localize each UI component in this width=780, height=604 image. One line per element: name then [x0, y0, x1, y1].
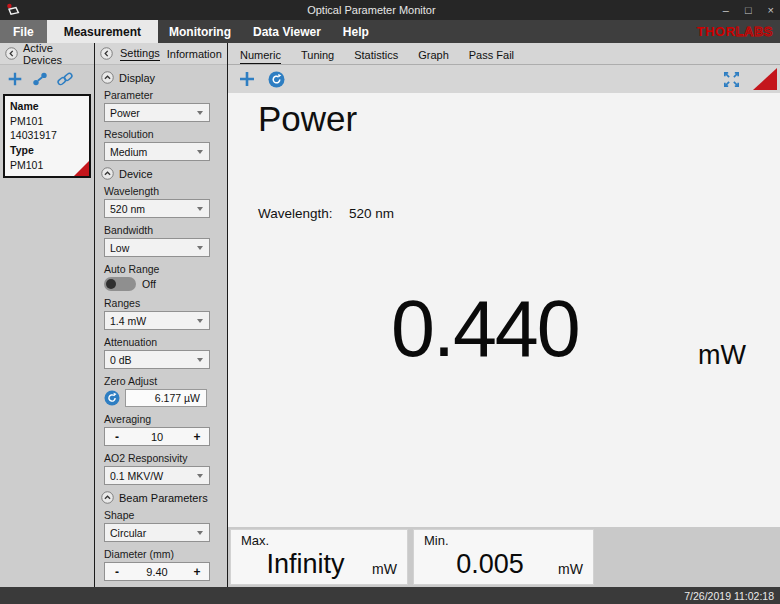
- auto-range-toggle[interactable]: [104, 277, 136, 291]
- menu-item-file[interactable]: File: [0, 20, 47, 43]
- add-view-icon[interactable]: [237, 69, 257, 89]
- diameter-label: Diameter (mm): [104, 548, 221, 560]
- maximize-icon[interactable]: □: [745, 5, 752, 16]
- menu-item-monitoring[interactable]: Monitoring: [158, 20, 242, 43]
- chevron-down-icon: [197, 207, 203, 211]
- increment-button[interactable]: +: [185, 430, 209, 444]
- parameter-label: Parameter: [104, 89, 221, 101]
- device-name-value: PM101 14031917: [10, 114, 84, 143]
- power-reading-unit: mW: [698, 340, 746, 371]
- collapse-section-icon[interactable]: [101, 167, 114, 180]
- close-icon[interactable]: ×: [768, 5, 774, 16]
- window-title: Optical Parameter Monitor: [20, 4, 723, 16]
- add-device-icon[interactable]: [6, 70, 24, 88]
- averaging-value[interactable]: 10: [129, 431, 185, 443]
- collapse-panel-icon[interactable]: [5, 47, 18, 60]
- bandwidth-select[interactable]: Low: [104, 238, 210, 257]
- device-name-label: Name: [10, 99, 84, 114]
- app-icon: [6, 3, 20, 17]
- auto-range-state: Off: [142, 278, 156, 290]
- wavelength-label: Wavelength: [104, 185, 221, 197]
- min-max-strip: Max. Infinity mW Min. 0.005 mW: [228, 527, 780, 587]
- max-unit: mW: [372, 551, 397, 577]
- shape-select[interactable]: Circular: [104, 523, 210, 542]
- tab-statistics[interactable]: Statistics: [344, 45, 408, 63]
- min-box: Min. 0.005 mW: [413, 529, 594, 585]
- device-type-label: Type: [10, 143, 84, 158]
- tab-tuning[interactable]: Tuning: [291, 45, 344, 63]
- shape-label: Shape: [104, 509, 221, 521]
- alert-triangle-icon: [753, 68, 777, 90]
- section-display[interactable]: Display: [101, 71, 221, 84]
- diameter-stepper: - 9.40 +: [104, 562, 210, 581]
- zero-adjust-label: Zero Adjust: [104, 375, 221, 387]
- resolution-select[interactable]: Medium: [104, 142, 210, 161]
- numeric-view: Power Wavelength: 520 nm 0.440 mW Max. I…: [228, 93, 780, 587]
- view-tabs: Numeric Tuning Statistics Graph Pass Fai…: [228, 43, 780, 65]
- max-label: Max.: [241, 533, 397, 548]
- link-devices-icon[interactable]: [31, 70, 49, 88]
- attenuation-label: Attenuation: [104, 336, 221, 348]
- menu-item-data-viewer[interactable]: Data Viewer: [242, 20, 332, 43]
- zero-adjust-icon[interactable]: [104, 390, 120, 406]
- decrement-button[interactable]: -: [105, 565, 129, 579]
- section-beam-parameters[interactable]: Beam Parameters: [101, 491, 221, 504]
- device-type-value: PM101: [10, 158, 84, 173]
- chevron-down-icon: [197, 246, 203, 250]
- wavelength-readout-label: Wavelength:: [258, 206, 349, 221]
- attenuation-select[interactable]: 0 dB: [104, 350, 210, 369]
- thorlabs-logo: THORLABS: [697, 20, 780, 43]
- ranges-label: Ranges: [104, 297, 221, 309]
- chevron-down-icon: [197, 474, 203, 478]
- active-devices-panel: Active Devices: [0, 43, 95, 587]
- menu-item-measurement[interactable]: Measurement: [47, 20, 158, 43]
- zero-adjust-field[interactable]: 6.177 µW: [125, 389, 207, 407]
- wavelength-select[interactable]: 520 nm: [104, 199, 210, 218]
- max-box: Max. Infinity mW: [230, 529, 408, 585]
- ranges-select[interactable]: 1.4 mW: [104, 311, 210, 330]
- chevron-down-icon: [197, 111, 203, 115]
- chevron-down-icon: [197, 319, 203, 323]
- zero-sensor-icon[interactable]: [268, 71, 285, 88]
- ao2-responsivity-label: AO2 Responsivity: [104, 452, 221, 464]
- menubar: File Measurement Monitoring Data Viewer …: [0, 20, 780, 43]
- parameter-title: Power: [258, 99, 357, 139]
- diameter-value[interactable]: 9.40: [129, 566, 185, 578]
- tab-information[interactable]: Information: [167, 48, 222, 60]
- app-window: Optical Parameter Monitor – □ × File Mea…: [0, 0, 780, 604]
- tab-settings[interactable]: Settings: [120, 47, 160, 61]
- resolution-label: Resolution: [104, 128, 221, 140]
- toggle-knob: [106, 279, 116, 289]
- connect-device-icon[interactable]: [56, 70, 74, 88]
- averaging-stepper: - 10 +: [104, 427, 210, 446]
- min-label: Min.: [424, 533, 583, 548]
- collapse-settings-icon[interactable]: [100, 47, 113, 60]
- auto-range-label: Auto Range: [104, 263, 221, 275]
- device-alert-triangle-icon: [74, 161, 89, 176]
- increment-button[interactable]: +: [185, 565, 209, 579]
- main-toolbar: [228, 65, 780, 93]
- bandwidth-label: Bandwidth: [104, 224, 221, 236]
- device-card[interactable]: Name PM101 14031917 Type PM101: [3, 94, 91, 178]
- chevron-down-icon: [197, 531, 203, 535]
- tab-graph[interactable]: Graph: [408, 45, 459, 63]
- power-reading-value: 0.440: [391, 289, 579, 368]
- collapse-section-icon[interactable]: [101, 491, 114, 504]
- datetime-text: 7/26/2019 11:02:18: [684, 590, 774, 602]
- section-device[interactable]: Device: [101, 167, 221, 180]
- wavelength-readout-value: 520 nm: [349, 206, 394, 221]
- tab-pass-fail[interactable]: Pass Fail: [459, 45, 524, 63]
- parameter-select[interactable]: Power: [104, 103, 210, 122]
- collapse-section-icon[interactable]: [101, 71, 114, 84]
- fullscreen-expand-icon[interactable]: [722, 70, 741, 89]
- chevron-down-icon: [197, 150, 203, 154]
- active-devices-title: Active Devices: [23, 42, 89, 66]
- chevron-down-icon: [197, 358, 203, 362]
- decrement-button[interactable]: -: [105, 430, 129, 444]
- min-unit: mW: [558, 551, 583, 577]
- ao2-responsivity-select[interactable]: 0.1 MKV/W: [104, 466, 210, 485]
- tab-numeric[interactable]: Numeric: [230, 45, 291, 63]
- menu-item-help[interactable]: Help: [332, 20, 380, 43]
- min-value: 0.005: [424, 549, 556, 580]
- minimize-icon[interactable]: –: [723, 5, 729, 16]
